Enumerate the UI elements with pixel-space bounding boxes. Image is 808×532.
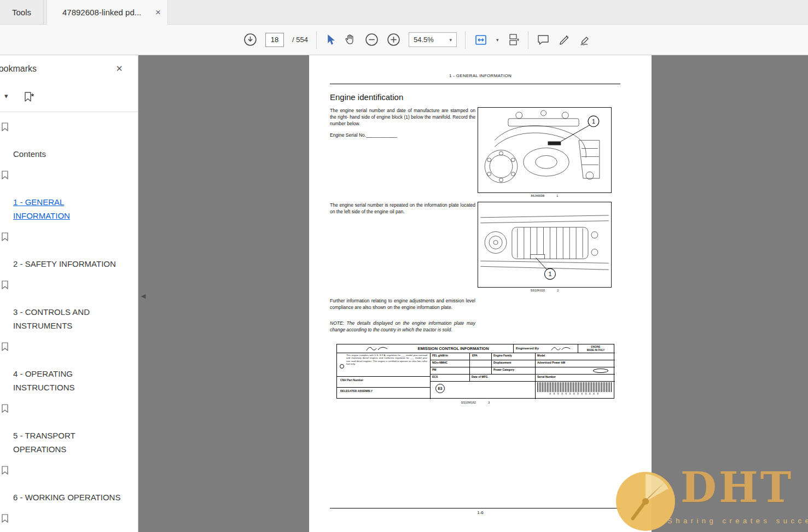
plate-line bbox=[337, 353, 615, 353]
oil-pan-drawing: 1 bbox=[478, 202, 611, 287]
brand-logo-icon bbox=[365, 346, 390, 352]
plate-title: EMISSION CONTROL INFORMATION bbox=[394, 346, 512, 351]
epa-label: EPA bbox=[472, 354, 478, 357]
bookmark-item-working-operations[interactable]: 6 - WORKING OPERATIONS bbox=[0, 463, 131, 504]
page-header: 1 - GENERAL INFORMATION bbox=[309, 73, 652, 78]
page-total-label: / 554 bbox=[292, 36, 308, 44]
bookmark-icon bbox=[1, 171, 9, 179]
paragraph-1: The engine serial number and date of man… bbox=[330, 107, 475, 127]
close-panel-icon[interactable]: × bbox=[116, 62, 123, 75]
oil-pan-figure: 1 bbox=[478, 202, 612, 288]
engine-side-drawing: 1 bbox=[478, 108, 611, 192]
document-tab-label: 47892608-linked pd... bbox=[62, 0, 141, 25]
figure-caption: 86J4659B1 bbox=[478, 194, 612, 197]
e3-mark: E3 bbox=[435, 384, 445, 393]
bookmark-item-safety-information[interactable]: 2 - SAFETY INFORMATION bbox=[0, 230, 131, 271]
bookmark-item-contents[interactable]: Contents bbox=[0, 120, 131, 161]
tab-document[interactable]: 47892608-linked pd... × bbox=[46, 0, 168, 25]
bookmark-item-transport-operations[interactable]: 5 - TRANSPORT OPERATIONS bbox=[0, 401, 131, 456]
select-tool-icon[interactable] bbox=[325, 34, 336, 46]
pdf-page: 1 - GENERAL INFORMATION Engine identific… bbox=[309, 55, 652, 532]
bookmark-item-controls-and-instruments[interactable]: 3 - CONTROLS AND INSTRUMENTS bbox=[0, 278, 131, 332]
toolbar-separator bbox=[465, 31, 466, 49]
zoom-in-icon[interactable] bbox=[387, 33, 400, 46]
plate-hole bbox=[340, 364, 344, 369]
comment-icon[interactable] bbox=[537, 33, 550, 46]
figure-callout-1: 1 bbox=[592, 118, 595, 125]
figure-caption: SS10M1623 bbox=[336, 401, 614, 404]
plate-line bbox=[430, 374, 615, 375]
delegated-assembly-label: DELEGATED ASSEMBLY bbox=[340, 389, 373, 393]
note-paragraph: NOTE: The details displayed on the engin… bbox=[330, 320, 475, 333]
bookmark-item-operating-instructions[interactable]: 4 - OPERATING INSTRUCTIONS bbox=[0, 340, 131, 394]
model-label: Model bbox=[537, 354, 545, 357]
date-of-mfg-label: Date of MFG. bbox=[472, 375, 489, 378]
plate-line bbox=[430, 367, 615, 367]
displacement-label: Displacement bbox=[493, 361, 511, 364]
bookmark-icon bbox=[1, 404, 9, 413]
bookmarks-panel: Bookmarks × ▾ Contents 1 - GENERAL INFOR… bbox=[0, 55, 138, 532]
zoom-level-dropdown[interactable]: 54.5% ▾ bbox=[409, 32, 457, 47]
bookmarks-panel-header: Bookmarks × bbox=[0, 55, 138, 85]
bookmark-icon bbox=[1, 342, 9, 351]
figure-caption: SS10K0202 bbox=[478, 289, 612, 292]
watermark-subtitle: Sharing creates success bbox=[667, 517, 808, 525]
chevron-down-icon[interactable]: ▾ bbox=[496, 37, 499, 43]
plate-line bbox=[430, 381, 615, 382]
plate-line bbox=[491, 353, 492, 374]
bookmark-icon bbox=[1, 122, 9, 131]
compliance-text: This engine complies with U.S. E.P.A. re… bbox=[346, 354, 427, 366]
paragraph-3: Further information relating to engine a… bbox=[330, 297, 475, 311]
header-rule bbox=[330, 84, 620, 84]
fit-page-icon[interactable] bbox=[474, 33, 488, 46]
new-bookmark-icon[interactable] bbox=[23, 91, 36, 103]
panel-options-icon[interactable]: ▾ bbox=[4, 92, 8, 100]
engine-label: ENGINE bbox=[579, 346, 613, 348]
zoom-out-icon[interactable] bbox=[365, 33, 379, 46]
engine-side-figure: 1 bbox=[478, 107, 612, 193]
figure-callout-1: 1 bbox=[548, 271, 551, 277]
engineered-by-label: Engineered By bbox=[516, 347, 539, 350]
section-title: Engine identification bbox=[330, 92, 403, 102]
plate-line bbox=[430, 360, 615, 360]
page-number-footer: 1-6 bbox=[309, 510, 652, 515]
bookmarks-panel-toolbar: ▾ bbox=[0, 85, 138, 112]
bookmark-icon bbox=[1, 514, 9, 523]
plate-line bbox=[337, 387, 430, 388]
zoom-level-value: 54.5% bbox=[414, 36, 434, 44]
toolbar-separator bbox=[316, 31, 317, 49]
ecs-label: ECS bbox=[432, 375, 438, 378]
power-category-label: Power Category bbox=[493, 368, 514, 371]
page-number-input[interactable] bbox=[265, 33, 284, 47]
page-scrolling-icon[interactable] bbox=[507, 33, 520, 46]
fill-sign-icon[interactable] bbox=[579, 33, 594, 46]
emission-control-plate: EMISSION CONTROL INFORMATION Engineered … bbox=[336, 344, 614, 399]
fel-label: FEL g/kW-hr bbox=[432, 354, 448, 357]
pdf-viewer-window: Tools 47892608-linked pd... × / 554 bbox=[0, 0, 808, 532]
watermark-title: DHT bbox=[681, 466, 793, 509]
plate-line bbox=[578, 344, 578, 353]
bookmark-icon bbox=[1, 466, 9, 475]
close-document-tab-icon[interactable]: × bbox=[155, 0, 161, 25]
advertised-power-label: Advertised Power kW bbox=[537, 361, 565, 364]
engine-serial-line: Engine Serial No.____________ bbox=[330, 132, 397, 138]
cnh-part-number-label: CNH Part Number bbox=[340, 378, 363, 382]
nox-label: NOx+NMHC bbox=[432, 361, 447, 364]
tab-tools[interactable]: Tools bbox=[0, 0, 44, 25]
engine-family-label: Engine Family bbox=[493, 354, 512, 357]
main-toolbar: / 554 54.5% ▾ ▾ bbox=[0, 25, 808, 55]
tab-bar: Tools 47892608-linked pd... × bbox=[0, 0, 808, 25]
barcode-characters: X X X X X X X X X X X X X bbox=[535, 393, 614, 395]
bookmarks-list: Contents 1 - GENERAL INFORMATION 2 - SAF… bbox=[0, 120, 138, 532]
bookmark-icon bbox=[1, 280, 9, 289]
chevron-down-icon: ▾ bbox=[449, 37, 452, 43]
plate-line bbox=[513, 344, 514, 353]
download-icon[interactable] bbox=[243, 33, 257, 46]
plate-line bbox=[337, 376, 430, 377]
bookmark-icon bbox=[1, 232, 9, 241]
bookmark-item-maintenance[interactable]: 7 - MAINTENANCE bbox=[0, 511, 131, 532]
bookmark-item-general-information[interactable]: 1 - GENERAL INFORMATION bbox=[0, 168, 131, 223]
highlight-pen-icon[interactable] bbox=[558, 33, 571, 46]
hand-tool-icon[interactable] bbox=[344, 33, 357, 46]
collapse-panel-icon[interactable]: ◀ bbox=[139, 288, 148, 303]
